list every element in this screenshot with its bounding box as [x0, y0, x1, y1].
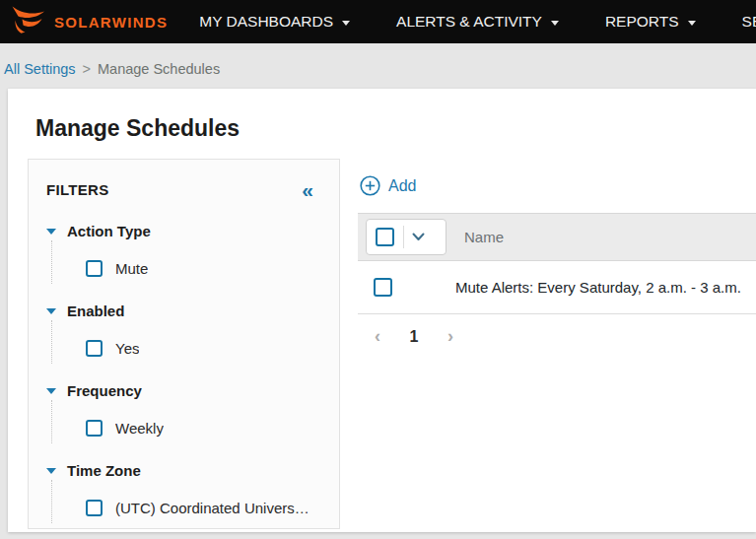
table-row[interactable]: Mute Alerts: Every Saturday, 2 a.m. - 3 …: [358, 261, 756, 314]
filter-option-mute[interactable]: Mute: [86, 252, 325, 284]
select-all-checkbox[interactable]: [376, 228, 394, 246]
filter-group-toggle[interactable]: Enabled: [46, 301, 325, 320]
filter-group-label: Enabled: [67, 303, 124, 319]
table-header: Name: [358, 213, 756, 261]
brand-name: SOLARWINDS: [54, 14, 168, 31]
checkbox[interactable]: [86, 500, 103, 516]
triangle-down-icon: [46, 468, 56, 474]
nav-item-settings[interactable]: SETTINGS: [742, 13, 756, 31]
breadcrumb-all-settings[interactable]: All Settings: [4, 61, 76, 77]
filter-group-enabled: Enabled Yes: [46, 301, 325, 364]
nav-item-label: REPORTS: [605, 13, 679, 31]
filter-option-label: Weekly: [115, 420, 164, 437]
nav-item-alerts-activity[interactable]: ALERTS & ACTIVITY: [396, 13, 559, 31]
filter-group-label: Time Zone: [67, 462, 141, 479]
filters-panel: FILTERS « Action Type Mute E: [28, 159, 340, 529]
filter-group-toggle[interactable]: Action Type: [46, 221, 325, 240]
schedules-main: Add Name: [340, 159, 756, 529]
breadcrumb-separator: >: [83, 61, 91, 77]
solarwinds-logo[interactable]: SOLARWINDS: [0, 6, 168, 37]
add-label: Add: [388, 177, 416, 195]
filter-group-time-zone: Time Zone (UTC) Coordinated Universal Ti…: [46, 460, 325, 523]
filter-option-label: Yes: [115, 340, 139, 357]
plus-circle-icon: [360, 175, 380, 196]
checkbox[interactable]: [86, 260, 103, 277]
prev-page-button[interactable]: ‹: [368, 326, 387, 347]
filter-option-label: (UTC) Coordinated Universal Time: [115, 500, 310, 516]
filter-group-label: Action Type: [67, 223, 151, 239]
chevron-down-icon[interactable]: [412, 233, 425, 241]
breadcrumb-current: Manage Schedules: [98, 61, 220, 77]
main-menu: MY DASHBOARDS ALERTS & ACTIVITY REPORTS …: [199, 13, 756, 31]
filter-group-frequency: Frequency Weekly: [46, 380, 325, 443]
checkbox[interactable]: [86, 420, 103, 437]
triangle-down-icon: [46, 229, 56, 235]
schedules-table: Name Mute Alerts: Every Saturday, 2 a.m.…: [358, 213, 756, 347]
filter-group-toggle[interactable]: Frequency: [46, 380, 325, 400]
filter-group-toggle[interactable]: Time Zone: [46, 460, 325, 480]
filters-title: FILTERS: [46, 181, 108, 198]
filter-option-label: Mute: [115, 260, 148, 277]
top-nav: SOLARWINDS MY DASHBOARDS ALERTS & ACTIVI…: [0, 0, 756, 43]
checkbox[interactable]: [86, 340, 103, 357]
filter-group-label: Frequency: [67, 382, 142, 399]
page-title: Manage Schedules: [8, 89, 756, 144]
row-checkbox[interactable]: [374, 278, 392, 297]
nav-item-reports[interactable]: REPORTS: [605, 13, 696, 31]
pagination: ‹ 1 ›: [358, 326, 756, 347]
triangle-down-icon: [46, 308, 56, 314]
triangle-down-icon: [46, 388, 56, 394]
solarwinds-icon: [12, 6, 45, 37]
nav-item-my-dashboards[interactable]: MY DASHBOARDS: [199, 13, 350, 31]
schedule-name: Mute Alerts: Every Saturday, 2 a.m. - 3 …: [455, 279, 741, 296]
select-all-button[interactable]: [366, 219, 447, 255]
next-page-button[interactable]: ›: [441, 326, 460, 347]
nav-item-label: ALERTS & ACTIVITY: [396, 13, 542, 31]
filter-option-utc[interactable]: (UTC) Coordinated Universal Time: [86, 492, 325, 523]
filter-option-weekly[interactable]: Weekly: [86, 412, 325, 443]
breadcrumb: All Settings > Manage Schedules: [0, 43, 756, 89]
content-card: Manage Schedules FILTERS « Action Type M…: [8, 89, 756, 532]
caret-down-icon: [688, 21, 696, 26]
nav-item-label: MY DASHBOARDS: [199, 13, 333, 31]
filter-group-action-type: Action Type Mute: [46, 221, 325, 284]
collapse-filters-button[interactable]: «: [302, 179, 313, 200]
divider: [403, 226, 404, 248]
add-button[interactable]: Add: [360, 175, 416, 196]
caret-down-icon: [342, 21, 350, 26]
nav-item-label: SETTINGS: [742, 13, 756, 31]
caret-down-icon: [551, 21, 559, 26]
column-header-name[interactable]: Name: [464, 229, 504, 245]
filter-option-yes[interactable]: Yes: [86, 332, 325, 364]
page-number[interactable]: 1: [404, 328, 424, 346]
